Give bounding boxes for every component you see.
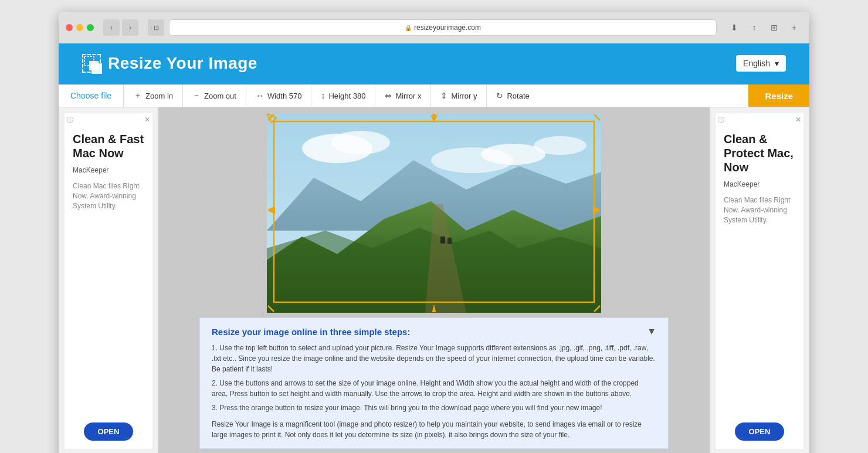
right-ad-brand: MacKeeper	[724, 180, 795, 188]
mirror-x-button[interactable]: ⇔ Mirror x	[375, 84, 430, 107]
width-icon: ↔	[256, 91, 264, 100]
add-button[interactable]: +	[786, 19, 802, 36]
logo-text: Resize Your Image	[108, 54, 257, 73]
forward-button[interactable]: ›	[122, 19, 138, 36]
left-ad-desc: Clean Mac files Right Now. Award-winning…	[73, 181, 144, 211]
svg-point-4	[331, 131, 390, 154]
info-step-2: 2. Use the buttons and arrows to set the…	[212, 378, 656, 399]
svg-point-7	[534, 136, 586, 155]
address-bar[interactable]: 🔒 resizeyourimage.com	[169, 19, 717, 36]
minimize-window-button[interactable]	[76, 24, 83, 31]
width-label: Width 570	[267, 92, 302, 100]
info-step-1: 1. Use the top left button to select and…	[212, 343, 656, 374]
browser-titlebar: ‹ › ⊡ 🔒 resizeyourimage.com ⬇ ↑ ⊞ +	[59, 12, 809, 43]
nav-buttons: ‹ ›	[103, 19, 138, 36]
share-button[interactable]: ↑	[746, 19, 762, 36]
right-ad-title: Clean & Protect Mac, Now	[724, 132, 795, 174]
download-button[interactable]: ⬇	[726, 19, 742, 36]
info-section: Resize your image online in three simple…	[199, 317, 669, 449]
left-ad-brand: MacKeeper	[73, 166, 144, 174]
left-ad-info-icon: ⓘ	[67, 116, 73, 124]
svg-rect-12	[440, 236, 445, 244]
left-ad-close-button[interactable]: ✕	[144, 116, 150, 124]
main-content: ⓘ ✕ Clean & Fast Mac Now MacKeeper Clean…	[59, 107, 809, 453]
left-ad-title: Clean & Fast Mac Now	[73, 132, 144, 160]
new-tab-button[interactable]: ⊞	[766, 19, 782, 36]
logo-area: Resize Your Image	[82, 54, 257, 73]
zoom-in-button[interactable]: ＋ Zoom in	[124, 84, 182, 107]
rotate-label: Rotate	[507, 92, 529, 100]
rotate-icon: ↻	[496, 91, 503, 100]
resize-button[interactable]: Resize	[748, 84, 809, 107]
rotate-button[interactable]: ↻ Rotate	[487, 84, 538, 107]
info-header: Resize your image online in three simple…	[212, 326, 656, 337]
mirror-x-icon: ⇔	[385, 91, 392, 100]
back-button[interactable]: ‹	[103, 19, 120, 36]
height-icon: ↕	[321, 91, 325, 100]
language-selector[interactable]: English ▾	[736, 55, 786, 72]
mountain-svg	[267, 113, 601, 313]
info-step-3: 3. Press the orange button to resize you…	[212, 403, 656, 413]
lock-icon: 🔒	[405, 25, 412, 31]
sidebar-toggle-button[interactable]: ⊡	[148, 19, 164, 36]
right-ad-info-icon: ⓘ	[718, 116, 724, 124]
info-toggle-button[interactable]: ▼	[647, 326, 656, 337]
browser-actions: ⬇ ↑ ⊞ +	[726, 19, 802, 36]
language-label: English	[743, 59, 770, 68]
chevron-down-icon: ▾	[775, 59, 779, 68]
traffic-lights	[66, 24, 94, 31]
right-ad-panel: ⓘ ✕ Clean & Protect Mac, Now MacKeeper C…	[716, 113, 803, 449]
svg-rect-13	[447, 238, 452, 244]
mirror-y-button[interactable]: ⇕ Mirror y	[431, 84, 486, 107]
mirror-y-label: Mirror y	[451, 92, 477, 100]
mirror-x-label: Mirror x	[395, 92, 421, 100]
right-ad-open-button[interactable]: OPEN	[735, 422, 785, 441]
info-steps: 1. Use the top left button to select and…	[212, 343, 656, 413]
image-area: Resize your image online in three simple…	[158, 107, 710, 453]
zoom-in-icon: ＋	[134, 90, 142, 101]
maximize-window-button[interactable]	[87, 24, 94, 31]
left-ad-panel: ⓘ ✕ Clean & Fast Mac Now MacKeeper Clean…	[65, 113, 152, 449]
height-button[interactable]: ↕ Height 380	[311, 84, 375, 107]
zoom-in-label: Zoom in	[145, 92, 173, 100]
height-label: Height 380	[328, 92, 365, 100]
image-canvas	[267, 113, 601, 313]
svg-rect-1	[89, 61, 99, 70]
right-ad-close-button[interactable]: ✕	[795, 116, 801, 124]
info-title: Resize your image online in three simple…	[212, 327, 410, 337]
close-window-button[interactable]	[66, 24, 73, 31]
zoom-out-button[interactable]: － Zoom out	[183, 84, 246, 107]
mirror-y-icon: ⇕	[440, 91, 447, 100]
logo-icon	[82, 54, 101, 73]
right-ad-desc: Clean Mac files Right Now. Award-winning…	[724, 195, 795, 225]
zoom-out-icon: －	[192, 90, 201, 101]
browser-window: ‹ › ⊡ 🔒 resizeyourimage.com ⬇ ↑ ⊞ +	[59, 12, 809, 453]
choose-file-button[interactable]: Choose file	[59, 84, 124, 107]
app-container: Resize Your Image English ▾ Choose file …	[59, 43, 809, 453]
width-button[interactable]: ↔ Width 570	[246, 84, 311, 107]
image-preview	[267, 113, 601, 313]
toolbar: Choose file ＋ Zoom in － Zoom out ↔ Width…	[59, 84, 809, 107]
left-ad-open-button[interactable]: OPEN	[84, 422, 134, 441]
url-text: resizeyourimage.com	[414, 23, 481, 32]
zoom-out-label: Zoom out	[204, 92, 236, 100]
info-description: Resize Your Image is a magnificent tool …	[212, 419, 656, 440]
app-header: Resize Your Image English ▾	[59, 43, 809, 84]
